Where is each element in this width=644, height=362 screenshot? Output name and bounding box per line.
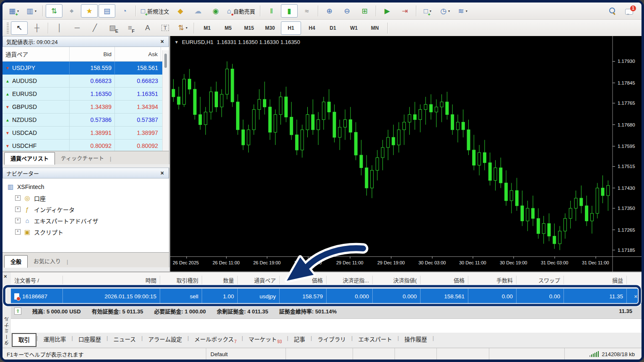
terminal-tab-5[interactable]: アラーム設定 [143, 333, 187, 346]
expand-plus-icon[interactable]: + [15, 229, 21, 235]
navigator-tab[interactable]: 全般 [4, 255, 28, 268]
navigator-item[interactable]: +ƒインディケータ [3, 204, 169, 215]
orders-column-header[interactable]: 決済指値( [373, 276, 421, 285]
data-window-button[interactable]: ⌖ [63, 4, 80, 18]
navigator-toggle[interactable]: ★ [81, 4, 98, 18]
orders-table-header[interactable]: 注文番号 /時間取引種別数量通貨ペア価格決済逆指...決済指値(価格手数料スワッ… [11, 272, 641, 289]
navigator-item[interactable]: +◎口座 [3, 192, 169, 204]
navigator-item[interactable]: ▥XSFintech [3, 181, 169, 192]
orders-column-header[interactable]: スワップ [517, 276, 564, 285]
orders-column-header[interactable]: 通貨ペア [238, 276, 280, 285]
status-profile-selector[interactable]: Default [206, 348, 286, 359]
market-watch-tab[interactable]: ティックチャート [55, 152, 110, 164]
bar-chart-button[interactable]: ‖ [263, 4, 280, 18]
signals-button[interactable]: ◉ [207, 4, 224, 18]
expand-plus-icon[interactable]: + [15, 218, 21, 223]
terminal-toggle[interactable]: ▤ [99, 4, 115, 18]
text-label-tool[interactable]: T [157, 21, 174, 35]
navigator-item[interactable]: +⌂エキスパートアドバイザ [3, 215, 169, 226]
price-chart[interactable]: ▼ EURUSD,H1 1.16331 1.16350 1.16330 1.16… [169, 36, 641, 272]
new-order-button[interactable]: □+新規注文 [139, 4, 171, 18]
terminal-tab-7[interactable]: マーケット93 [243, 333, 287, 346]
periods-button[interactable]: ◷▾ [437, 4, 454, 18]
terminal-tab-8[interactable]: 記事 [288, 333, 311, 346]
close-icon[interactable]: × [159, 38, 165, 45]
equidistant-channel-tool[interactable]: ▨E [104, 21, 121, 35]
orders-column-header[interactable]: 決済逆指... [327, 276, 373, 285]
timeframe-h4[interactable]: H4 [302, 21, 322, 35]
notifications-button[interactable]: 1 [622, 4, 639, 18]
candlestick-chart-canvas[interactable]: 1.179301.178451.177651.176801.175951.175… [170, 36, 641, 272]
timeframe-m30[interactable]: M30 [260, 21, 280, 35]
indicators-button[interactable]: □+▾ [419, 4, 436, 18]
navigator-titlebar[interactable]: ナビゲーター × [3, 168, 169, 178]
timeframe-h1[interactable]: H1 [281, 21, 301, 35]
timeframe-mn[interactable]: MN [365, 21, 385, 35]
market-watch-row[interactable]: ▼GBPUSD1.343891.34394 [3, 101, 169, 114]
text-tool[interactable]: A [139, 21, 156, 35]
orders-column-header[interactable]: 手数料 [468, 276, 517, 285]
zoom-in-button[interactable]: ⊕ [321, 4, 338, 18]
orders-column-header[interactable]: 損益 [564, 276, 627, 285]
virtual-hosting-button[interactable]: ☁ [190, 4, 206, 18]
expand-plus-icon[interactable]: + [15, 195, 21, 201]
crosshair-tool[interactable]: ┼ [29, 21, 45, 35]
navigator-tab[interactable]: お気に入り [28, 255, 67, 267]
timeframe-m5[interactable]: M5 [218, 21, 238, 35]
close-icon[interactable]: × [4, 273, 7, 279]
profiles-button[interactable]: ▥▾ [23, 4, 40, 18]
zoom-out-button[interactable]: ⊖ [339, 4, 356, 18]
orders-column-header[interactable]: 価格 [280, 276, 327, 285]
trendline-tool[interactable]: ╱ [86, 21, 103, 35]
terminal-tab-4[interactable]: ニュース [108, 333, 141, 346]
market-watch-row[interactable]: ▼USDJPY158.559158.561 [3, 62, 169, 75]
toolbar-grip[interactable] [7, 23, 9, 34]
timeframe-d1[interactable]: D1 [323, 21, 343, 35]
market-watch-toggle[interactable]: ⇅ [46, 4, 62, 18]
chevron-down-icon[interactable]: ▼ [174, 39, 179, 45]
terminal-tab-6[interactable]: メールボックス7 [189, 333, 242, 346]
timeframe-w1[interactable]: W1 [344, 21, 364, 35]
templates-button[interactable]: ≋▾ [454, 4, 471, 18]
vertical-line-tool[interactable]: │ [51, 21, 68, 35]
tile-windows-button[interactable]: ⊞ [356, 4, 373, 18]
new-chart-button[interactable]: ▦+▾ [5, 4, 22, 18]
terminal-tab-10[interactable]: エキスパート [353, 333, 397, 346]
orders-column-header[interactable]: 価格 [421, 276, 468, 285]
cursor-tool[interactable]: ↖ [11, 21, 28, 35]
close-icon[interactable]: × [159, 170, 165, 176]
expand-plus-icon[interactable]: + [15, 207, 21, 212]
auto-trading-toggle[interactable]: ⌂●自動売買 [225, 4, 257, 18]
terminal-tab-9[interactable]: ライブラリ [312, 333, 351, 346]
orders-column-header[interactable]: 注文番号 / [11, 276, 63, 285]
terminal-tab-2[interactable]: 運用比率 [38, 333, 72, 346]
fibonacci-tool[interactable]: ≡F [122, 21, 138, 35]
orders-column-header[interactable]: 取引種別 [160, 276, 202, 285]
orders-column-header[interactable]: 時間 [63, 276, 160, 285]
line-chart-button[interactable]: ≈ [299, 4, 315, 18]
timeframe-m15[interactable]: M15 [239, 21, 259, 35]
market-watch-scrollbar[interactable] [162, 50, 169, 164]
chart-shift-toggle[interactable]: ⇥ [397, 4, 413, 18]
market-watch-titlebar[interactable]: 気配値表示: 09:00:24 × [3, 36, 169, 47]
arrows-tool[interactable]: ⇅▾ [174, 21, 191, 35]
terminal-tab-3[interactable]: 口座履歴 [73, 333, 106, 346]
market-watch-row[interactable]: ▲EURUSD1.163501.16351 [3, 88, 169, 101]
navigator-item[interactable]: +▣スクリプト [3, 226, 169, 238]
close-order-icon[interactable]: × [627, 293, 641, 300]
market-watch-row[interactable]: ▲AUDUSD0.668230.66823 [3, 75, 169, 88]
search-button[interactable] [604, 4, 621, 18]
timeframe-m1[interactable]: M1 [197, 21, 217, 35]
chart-eraser-button[interactable]: ◆ [172, 4, 189, 18]
strategy-tester-button[interactable]: ◔ [116, 4, 133, 18]
terminal-tab-11[interactable]: 操作履歴 [399, 333, 433, 346]
market-watch-row[interactable]: ▼USDCHF0.800920.80092 [3, 140, 169, 151]
auto-scroll-toggle[interactable]: ▶ [379, 4, 396, 18]
candlestick-chart-button[interactable]: ▮ [281, 4, 298, 18]
open-order-row[interactable]: 161866872026.01.15 09:00:15sell1.00usdjp… [11, 289, 641, 304]
market-watch-row[interactable]: ▼USDCAD1.389911.38997 [3, 127, 169, 140]
horizontal-line-tool[interactable]: ─ [69, 21, 86, 35]
scrollbar-thumb[interactable] [164, 54, 167, 68]
market-watch-tab[interactable]: 通貨ペアリスト [4, 152, 55, 165]
terminal-tab-1[interactable]: 取引 [12, 333, 36, 347]
